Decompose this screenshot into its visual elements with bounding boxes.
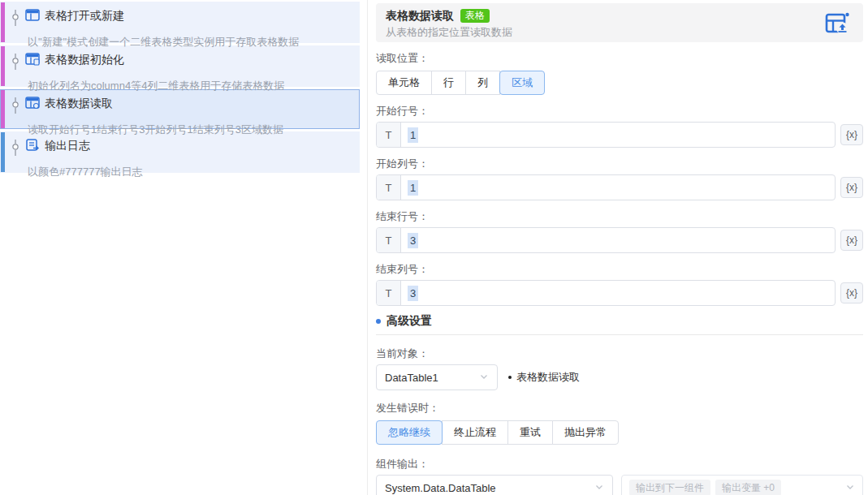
node-anchor-icon[interactable] [11, 53, 19, 75]
step-description: 以颜色#777777输出日志 [5, 166, 359, 179]
tab-column[interactable]: 列 [465, 71, 500, 95]
chevron-down-icon [845, 480, 855, 495]
advanced-settings-heading: 高级设置 [376, 314, 863, 335]
fx-variable-button[interactable]: {x} [840, 282, 863, 303]
output-target-select[interactable]: 输出到下一组件 输出变量 +0 [621, 475, 863, 495]
on-error-options: 忽略继续 终止流程 重试 抛出异常 [376, 420, 619, 445]
text-mode-prefix[interactable]: T [377, 123, 401, 147]
start-row-input[interactable]: T 1 [376, 122, 836, 148]
fx-variable-button[interactable]: {x} [840, 124, 863, 145]
tab-row[interactable]: 行 [431, 71, 466, 95]
table-open-icon [25, 8, 40, 25]
text-mode-prefix[interactable]: T [377, 175, 401, 200]
read-position-label: 读取位置： [376, 51, 863, 66]
node-anchor-icon[interactable] [11, 9, 19, 32]
panel-divider [367, 0, 368, 495]
fx-variable-button[interactable]: {x} [840, 230, 863, 251]
output-tag-variable: 输出变量 +0 [715, 480, 781, 495]
panel-title: 表格数据读取 [386, 8, 454, 23]
field-value-token: 3 [408, 286, 418, 301]
section-dot-icon [376, 319, 381, 324]
current-object-note: 表格数据读取 [508, 370, 580, 385]
tab-cell[interactable]: 单元格 [376, 71, 432, 95]
end-row-input[interactable]: T 3 [376, 227, 836, 253]
step-item-log-output[interactable]: 输出日志 以颜色#777777输出日志 [0, 131, 360, 173]
table-upload-icon [824, 11, 850, 38]
panel-header: 表格数据读取 表格 从表格的指定位置读取数据 [376, 3, 863, 42]
step-item-table-open[interactable]: 表格打开或新建 以"新建"模式创建一个二维表格类型实例用于存取表格数据 [0, 2, 360, 43]
tab-area[interactable]: 区域 [499, 71, 545, 95]
chevron-down-icon [594, 482, 604, 494]
output-tag-next-component: 输出到下一组件 [629, 480, 710, 495]
option-ignore-continue[interactable]: 忽略继续 [376, 420, 443, 445]
field-value-token: 1 [408, 180, 418, 196]
category-badge: 表格 [460, 9, 490, 23]
component-output-label: 组件输出： [376, 457, 863, 471]
output-type-select[interactable]: System.Data.DataTable [376, 475, 613, 495]
bullet-dot-icon [508, 376, 512, 379]
workflow-step-list: 表格打开或新建 以"新建"模式创建一个二维表格类型实例用于存取表格数据 表格数据… [0, 0, 360, 175]
step-item-table-read[interactable]: 表格数据读取 读取开始行号1结束行号3开始列号1结束列号3区域数据 [0, 89, 360, 129]
end-row-label: 结束行号： [376, 209, 863, 224]
end-col-label: 结束列号： [376, 262, 863, 277]
start-row-label: 开始行号： [376, 104, 863, 118]
option-retry[interactable]: 重试 [507, 420, 553, 445]
step-title: 表格数据读取 [45, 96, 113, 110]
start-col-input[interactable]: T 1 [376, 174, 836, 200]
field-value-token: 1 [408, 127, 418, 143]
table-read-icon [25, 96, 40, 113]
text-mode-prefix[interactable]: T [377, 228, 401, 252]
option-throw-exception[interactable]: 抛出异常 [552, 420, 619, 445]
step-title: 表格数据初始化 [45, 52, 124, 67]
read-position-tabs: 单元格 行 列 区域 [376, 71, 545, 95]
step-item-table-init[interactable]: 表格数据初始化 初始化列名为column4等4列二维表格用于存储表格数据 [0, 45, 360, 87]
option-stop-flow[interactable]: 终止流程 [442, 420, 508, 445]
field-value-token: 3 [408, 233, 418, 248]
node-anchor-icon[interactable] [11, 139, 19, 161]
on-error-label: 发生错误时： [376, 401, 863, 415]
current-object-select[interactable]: DataTable1 [376, 364, 498, 390]
workflow-editor: 表格打开或新建 以"新建"模式创建一个二维表格类型实例用于存取表格数据 表格数据… [0, 0, 868, 495]
table-init-icon [25, 52, 40, 69]
panel-description: 从表格的指定位置读取数据 [386, 25, 853, 40]
end-col-input[interactable]: T 3 [376, 280, 836, 306]
chevron-down-icon [479, 372, 489, 384]
node-anchor-icon[interactable] [11, 97, 19, 119]
text-mode-prefix[interactable]: T [377, 281, 401, 305]
properties-panel: 表格数据读取 表格 从表格的指定位置读取数据 读取位置： 单元格 行 [376, 0, 863, 495]
log-output-icon [25, 138, 40, 155]
current-object-label: 当前对象： [376, 346, 863, 361]
step-title: 输出日志 [45, 138, 90, 153]
fx-variable-button[interactable]: {x} [840, 177, 863, 198]
step-title: 表格打开或新建 [45, 8, 124, 23]
start-col-label: 开始列号： [376, 157, 863, 171]
